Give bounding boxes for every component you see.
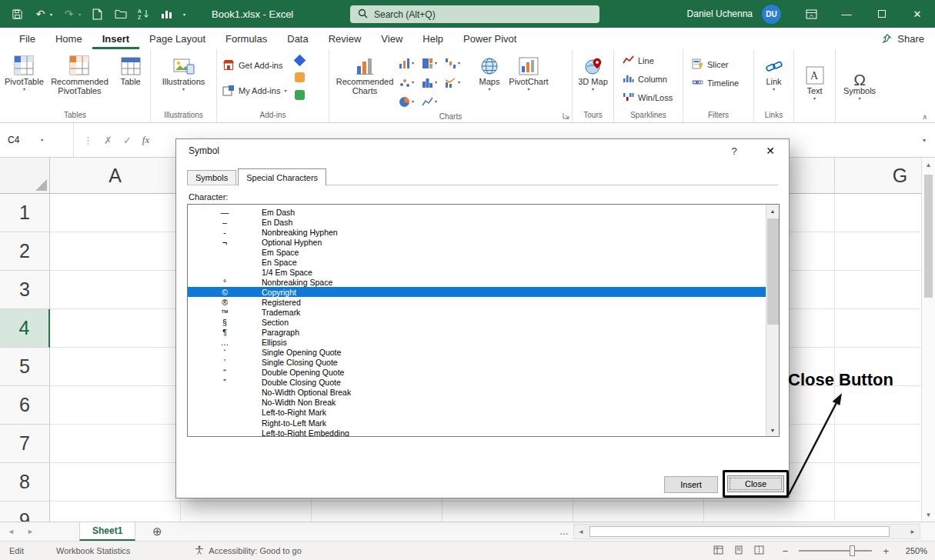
horizontal-scroll-thumb[interactable] <box>589 526 890 537</box>
sort-az-icon[interactable]: AZ <box>137 8 150 21</box>
row-header-2[interactable]: 2 <box>0 232 50 271</box>
charts-dialog-launcher-icon[interactable] <box>563 112 569 121</box>
insert-column-chart-button[interactable]: ▾ <box>397 54 420 73</box>
tab-symbols[interactable]: Symbols <box>187 170 236 185</box>
new-file-icon[interactable] <box>91 8 104 21</box>
zoom-slider-thumb[interactable] <box>850 545 855 556</box>
minimize-button[interactable]: — <box>829 0 864 28</box>
text-button[interactable]: A Text ▾ <box>797 61 832 101</box>
addin-icon-3[interactable] <box>295 90 305 100</box>
list-item[interactable]: …Ellipsis <box>188 338 766 348</box>
close-button[interactable]: Close <box>727 475 784 492</box>
new-sheet-icon[interactable]: ⊕ <box>152 522 162 541</box>
cell[interactable] <box>50 463 181 502</box>
cell[interactable] <box>181 502 312 522</box>
row-header-4-selected[interactable]: 4 <box>0 309 50 348</box>
illustrations-button[interactable]: Illustrations ▾ <box>155 52 213 92</box>
qat-customize-icon[interactable]: ▾ <box>183 12 185 17</box>
row-header-1[interactable]: 1 <box>0 194 50 232</box>
3d-map-button[interactable]: 3D Map ▾ <box>576 52 610 92</box>
cell[interactable] <box>50 271 181 309</box>
pivottable-button[interactable]: PivotTable ▾ <box>3 52 45 92</box>
tab-special-characters[interactable]: Special Characters <box>238 168 326 185</box>
close-window-button[interactable]: ✕ <box>900 0 935 28</box>
user-avatar[interactable]: DU <box>762 5 781 24</box>
list-item[interactable]: ™Trademark <box>188 307 766 317</box>
insert-function-icon[interactable]: fx <box>142 134 149 146</box>
list-item[interactable]: ‘Single Opening Quote <box>188 348 766 358</box>
cell[interactable] <box>704 502 835 522</box>
scroll-up-arrow-icon[interactable]: ▲ <box>770 205 776 217</box>
share-button[interactable]: Share <box>882 28 924 49</box>
horizontal-scrollbar[interactable]: ◄ ► <box>573 524 920 539</box>
tab-page-layout[interactable]: Page Layout <box>139 28 215 49</box>
cell[interactable] <box>50 232 181 271</box>
tab-overflow-icon[interactable]: … <box>559 522 569 541</box>
scroll-right-arrow-icon[interactable]: ► <box>906 528 920 535</box>
sparkline-winloss-button[interactable]: Win/Loss <box>620 88 680 107</box>
list-item[interactable]: –En Dash <box>188 217 766 227</box>
insert-pie-chart-button[interactable]: ▾ <box>397 92 420 112</box>
list-item[interactable]: ¬Optional Hyphen <box>188 237 766 247</box>
recommended-charts-button[interactable]: Recommended Charts <box>332 52 397 95</box>
insert-waterfall-chart-button[interactable]: ▾ <box>443 54 466 73</box>
link-button[interactable]: Link ▾ <box>757 52 790 92</box>
accessibility-checker-button[interactable]: Accessibility: Good to go <box>195 545 301 556</box>
recommended-pivottables-button[interactable]: Recommended PivotTables <box>45 52 114 95</box>
cell[interactable] <box>835 502 921 522</box>
cell[interactable] <box>835 309 921 348</box>
scroll-left-arrow-icon[interactable]: ◄ <box>574 528 588 535</box>
list-item[interactable]: ’Single Closing Quote <box>188 358 766 368</box>
open-folder-icon[interactable] <box>114 8 127 21</box>
cell[interactable] <box>50 386 181 425</box>
select-all-corner[interactable] <box>0 158 50 193</box>
zoom-in-icon[interactable]: + <box>883 545 889 557</box>
pivotchart-button[interactable]: PivotChart ▾ <box>506 52 551 92</box>
list-item[interactable]: En Space <box>188 257 766 267</box>
addin-icon-1[interactable] <box>294 55 306 67</box>
row-header-6[interactable]: 6 <box>0 386 50 425</box>
page-break-preview-icon[interactable] <box>754 545 764 556</box>
tab-view[interactable]: View <box>371 28 412 49</box>
tab-formulas[interactable]: Formulas <box>215 28 277 49</box>
list-item[interactable]: Left-to-Right Embedding <box>188 428 766 436</box>
tab-file[interactable]: File <box>9 28 45 49</box>
name-box[interactable]: C4 ▾ <box>0 123 74 157</box>
insert-combo-chart-button[interactable]: ▾ <box>443 73 466 92</box>
list-item[interactable]: ®Registered <box>188 297 766 307</box>
tab-help[interactable]: Help <box>412 28 453 49</box>
formula-bar-splitter[interactable]: ⋮ <box>83 135 93 146</box>
dialog-close-x-button[interactable]: ✕ <box>755 139 786 162</box>
list-item[interactable]: —Em Dash <box>188 207 766 217</box>
list-item[interactable]: §Section <box>188 318 766 328</box>
search-box[interactable]: Search (Alt+Q) <box>350 5 599 23</box>
list-item[interactable]: 1/4 Em Space <box>188 267 766 277</box>
save-icon[interactable] <box>11 8 24 21</box>
collapse-ribbon-icon[interactable]: ∧ <box>922 113 927 558</box>
table-button[interactable]: Table <box>114 52 147 86</box>
cell[interactable] <box>835 271 921 309</box>
cell[interactable] <box>50 194 181 232</box>
tab-review[interactable]: Review <box>319 28 372 49</box>
page-layout-view-icon[interactable] <box>734 545 743 556</box>
ribbon-display-options-icon[interactable] <box>793 0 829 28</box>
tab-home[interactable]: Home <box>45 28 92 49</box>
list-item[interactable]: No-Width Non Break <box>188 398 766 408</box>
sheet-nav-left-icon[interactable]: ◄ <box>8 528 15 535</box>
tab-power-pivot[interactable]: Power Pivot <box>453 28 526 49</box>
cell[interactable] <box>835 194 921 232</box>
cell[interactable] <box>835 463 921 502</box>
symbols-button[interactable]: Ω Symbols ▾ <box>839 61 880 101</box>
cell[interactable] <box>312 502 442 522</box>
cell[interactable] <box>50 502 181 522</box>
timeline-button[interactable]: Timeline <box>690 74 750 92</box>
enter-icon[interactable]: ✓ <box>123 135 132 146</box>
list-item[interactable]: Right-to-Left Mark <box>188 418 766 428</box>
zoom-slider[interactable] <box>799 550 872 552</box>
row-header-7[interactable]: 7 <box>0 425 50 463</box>
tab-data[interactable]: Data <box>277 28 318 49</box>
cell[interactable] <box>50 425 181 463</box>
maps-button[interactable]: Maps ▾ <box>473 52 506 92</box>
cell[interactable] <box>442 502 573 522</box>
cell[interactable] <box>50 348 181 386</box>
